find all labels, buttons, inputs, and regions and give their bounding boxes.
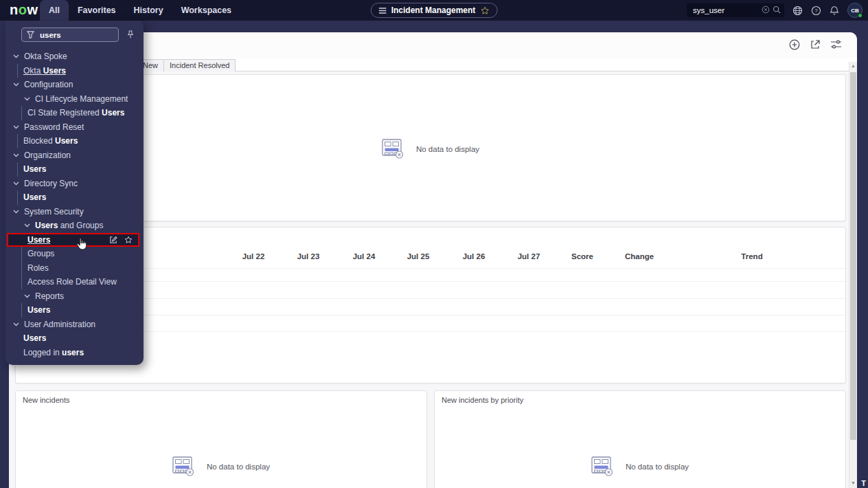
svg-text:?: ? — [814, 8, 818, 14]
table-column-score: Score — [571, 252, 593, 260]
favorite-star-icon[interactable] — [480, 6, 489, 15]
avatar-initials: CB — [851, 8, 859, 14]
table-column-trend: Trend — [741, 252, 762, 260]
menu-group-okta-spoke[interactable]: Okta Spoke — [5, 49, 144, 64]
globe-icon[interactable] — [792, 5, 803, 16]
nav-right-cluster: ? CB — [687, 0, 863, 21]
nav-item-workspaces[interactable]: Workspaces — [172, 0, 240, 21]
menu-group-reports[interactable]: Reports — [5, 289, 144, 304]
menu-group-system-security[interactable]: System Security — [5, 205, 144, 219]
menu-group-password-reset[interactable]: Password Reset — [5, 120, 144, 135]
menu-group-directory-sync[interactable]: Directory Sync — [5, 177, 144, 191]
pin-icon[interactable] — [127, 30, 134, 39]
tree-guide-line — [17, 162, 18, 177]
search-icon[interactable] — [773, 5, 781, 14]
add-widget-icon[interactable] — [789, 39, 800, 50]
menu-item-blocked-users[interactable]: Blocked Users — [5, 134, 144, 148]
context-pill[interactable]: Incident Management — [371, 3, 498, 18]
no-data-icon — [382, 139, 404, 159]
card-title: New incidents by priority — [442, 396, 523, 404]
tree-guide-line — [21, 247, 22, 261]
flyout-filter-row — [5, 21, 144, 48]
nav-item-all[interactable]: All — [40, 0, 69, 21]
notifications-bell-icon[interactable] — [830, 5, 839, 16]
empty-state-text: No data to display — [207, 463, 270, 471]
empty-state: No data to display — [16, 456, 426, 476]
menu-item-ci-state-registered-users[interactable]: CI State Registered Users — [5, 106, 144, 120]
favorite-star-icon[interactable] — [124, 236, 133, 244]
menu-item-logged-in-users[interactable]: Logged in users — [5, 346, 144, 360]
scroll-down-arrow[interactable]: ▼ — [849, 480, 857, 487]
edit-module-icon[interactable] — [109, 236, 117, 244]
menu-tree: Okta SpokeOkta UsersConfigurationCI Life… — [5, 49, 144, 359]
clear-icon[interactable] — [762, 5, 770, 14]
share-export-icon[interactable] — [810, 39, 821, 50]
menu-group-organization[interactable]: Organization — [5, 148, 144, 163]
top-nav: now AllFavoritesHistoryWorkspaces Incide… — [0, 0, 868, 21]
context-label: Incident Management — [391, 5, 476, 15]
tab-incident-resolved[interactable]: Incident Resolved — [163, 59, 236, 71]
search-input-icons — [762, 5, 781, 14]
presence-status-dot — [858, 13, 863, 18]
tree-guide-line — [21, 303, 22, 318]
menu-item-users[interactable]: Users — [5, 190, 144, 205]
filter-settings-icon[interactable] — [830, 39, 842, 50]
no-data-icon — [172, 456, 194, 476]
menu-item-okta-users[interactable]: Okta Users — [5, 64, 144, 78]
all-menu-flyout: Okta SpokeOkta UsersConfigurationCI Life… — [5, 21, 144, 365]
empty-state-text: No data to display — [626, 463, 689, 471]
scroll-up-arrow[interactable]: ▲ — [849, 63, 857, 69]
table-column-change: Change — [625, 252, 654, 260]
menu-item-users[interactable]: Users — [5, 303, 144, 318]
vertical-scrollbar[interactable]: ▲ ▼ — [849, 62, 857, 488]
tree-guide-line — [21, 106, 22, 120]
tree-guide-line — [21, 261, 22, 276]
nav-item-favorites[interactable]: Favorites — [69, 0, 125, 21]
user-avatar[interactable]: CB — [847, 3, 863, 18]
table-column-jul-22: Jul 22 — [242, 252, 265, 260]
tree-guide-line — [17, 64, 18, 78]
global-search — [687, 3, 784, 17]
menu-item-groups[interactable]: Groups — [5, 247, 144, 261]
nav-item-history[interactable]: History — [125, 0, 172, 21]
hamburger-icon — [379, 8, 387, 14]
tree-guide-line — [17, 190, 18, 205]
menu-item-users[interactable]: Users — [5, 162, 144, 177]
new-incidents-by-priority-card: New incidents by priority No data t — [434, 390, 846, 488]
menu-group-users-and-groups[interactable]: Users and Groups — [5, 219, 144, 233]
menu-item-users[interactable]: Users — [5, 331, 144, 346]
nav-menu: AllFavoritesHistoryWorkspaces — [40, 0, 240, 21]
dashboard-tabs: NewIncident Resolved — [137, 59, 236, 71]
menu-group-configuration[interactable]: Configuration — [5, 78, 144, 92]
menu-group-ci-lifecycle-management[interactable]: CI Lifecycle Management — [5, 92, 144, 107]
table-column-jul-24: Jul 24 — [353, 252, 376, 260]
empty-state: No data to display — [435, 456, 845, 476]
servicenow-logo[interactable]: now — [10, 2, 38, 18]
menu-item-roles[interactable]: Roles — [5, 261, 144, 276]
tree-guide-line — [21, 275, 22, 289]
scrollbar-thumb[interactable] — [850, 72, 856, 440]
menu-item-users[interactable]: Users — [7, 233, 139, 247]
table-column-jul-27: Jul 27 — [518, 252, 540, 260]
tree-guide-line — [17, 134, 18, 148]
table-column-jul-25: Jul 25 — [407, 252, 430, 260]
filter-funnel-icon — [27, 31, 34, 38]
menu-filter-input[interactable] — [21, 27, 119, 42]
no-data-icon — [591, 456, 613, 476]
overflow-edge-text: T — [861, 479, 866, 487]
menu-group-user-administration[interactable]: User Administration — [5, 318, 144, 332]
table-column-jul-23: Jul 23 — [297, 252, 320, 260]
help-icon[interactable]: ? — [811, 5, 821, 16]
card-title: New incidents — [23, 396, 69, 404]
new-incidents-card: New incidents No data to display — [15, 390, 427, 488]
menu-item-access-role-detail-view[interactable]: Access Role Detail View — [5, 275, 144, 289]
empty-state-text: No data to display — [416, 145, 479, 153]
app-window: now AllFavoritesHistoryWorkspaces Incide… — [0, 0, 868, 488]
dashboard-actions — [789, 39, 842, 50]
table-column-jul-26: Jul 26 — [463, 252, 486, 260]
